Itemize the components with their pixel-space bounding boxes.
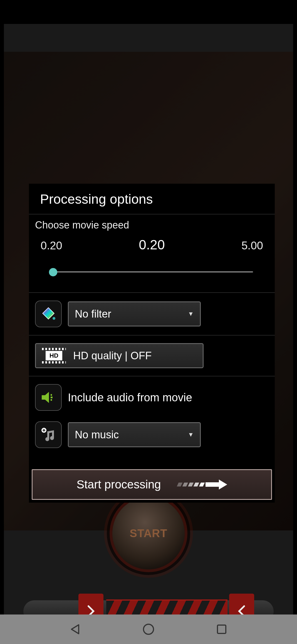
dropdown-caret-icon: ▼ bbox=[188, 431, 194, 438]
music-select[interactable]: No music ▼ bbox=[68, 422, 201, 447]
app-frame: START Processing options Choose movie sp… bbox=[4, 24, 293, 614]
svg-point-2 bbox=[53, 317, 55, 320]
start-circle-label: START bbox=[130, 527, 167, 540]
nav-home-button[interactable] bbox=[140, 621, 157, 638]
svg-rect-12 bbox=[217, 625, 226, 633]
triangle-back-icon bbox=[69, 623, 81, 635]
start-circle-button[interactable]: START bbox=[112, 497, 185, 569]
chevron-left-icon bbox=[237, 605, 246, 614]
nav-recent-button[interactable] bbox=[213, 621, 230, 638]
filter-select-value: No filter bbox=[75, 308, 111, 320]
speed-min-value: 0.20 bbox=[41, 239, 62, 252]
speed-values: 0.20 0.20 5.00 bbox=[35, 237, 269, 252]
svg-marker-1 bbox=[43, 308, 54, 319]
trim-handle-left[interactable] bbox=[78, 594, 103, 614]
music-select-value: No music bbox=[75, 429, 119, 441]
speed-current-value: 0.20 bbox=[139, 237, 165, 252]
speed-max-value: 5.00 bbox=[241, 239, 263, 252]
hd-icon: HD bbox=[42, 348, 66, 363]
hd-quality-label: HD quality | OFF bbox=[73, 350, 152, 362]
chevron-right-icon bbox=[87, 605, 95, 614]
speed-slider-track bbox=[51, 271, 253, 272]
svg-rect-6 bbox=[51, 399, 52, 401]
trim-track[interactable] bbox=[23, 600, 274, 614]
processing-options-dialog: Processing options Choose movie speed 0.… bbox=[29, 184, 275, 503]
svg-rect-5 bbox=[51, 397, 53, 398]
trim-handle-right[interactable] bbox=[229, 594, 254, 614]
hd-quality-toggle[interactable]: HD HD quality | OFF bbox=[35, 343, 204, 368]
square-recent-icon bbox=[216, 623, 227, 635]
filter-icon[interactable] bbox=[35, 301, 62, 327]
filter-row: No filter ▼ bbox=[35, 293, 269, 335]
system-nav-bar bbox=[0, 614, 297, 644]
include-audio-toggle[interactable] bbox=[35, 384, 62, 411]
trim-selection bbox=[106, 599, 227, 614]
arrow-right-icon bbox=[178, 480, 227, 490]
nav-back-button[interactable] bbox=[67, 621, 84, 638]
music-row: No music ▼ bbox=[35, 419, 269, 456]
add-music-icon[interactable] bbox=[35, 421, 62, 448]
dropdown-caret-icon: ▼ bbox=[188, 310, 194, 318]
speed-slider-thumb[interactable] bbox=[49, 268, 57, 276]
speed-slider[interactable] bbox=[35, 266, 269, 278]
paint-bucket-icon bbox=[41, 306, 56, 322]
svg-marker-10 bbox=[71, 625, 79, 634]
dialog-body: Choose movie speed 0.20 0.20 5.00 bbox=[29, 214, 275, 458]
svg-rect-4 bbox=[51, 394, 52, 396]
music-note-plus-icon bbox=[41, 427, 56, 443]
include-audio-label: Include audio from movie bbox=[68, 391, 192, 404]
include-audio-row: Include audio from movie bbox=[35, 376, 269, 419]
svg-marker-3 bbox=[42, 392, 49, 403]
start-processing-label: Start processing bbox=[76, 478, 161, 491]
dialog-title: Processing options bbox=[29, 184, 275, 214]
start-processing-button[interactable]: Start processing bbox=[32, 469, 272, 500]
trim-bar bbox=[23, 589, 274, 614]
circle-home-icon bbox=[142, 623, 155, 636]
hd-row: HD HD quality | OFF bbox=[35, 335, 269, 376]
svg-point-11 bbox=[143, 624, 154, 634]
speed-section-label: Choose movie speed bbox=[35, 219, 269, 231]
speaker-on-icon bbox=[41, 391, 56, 404]
filter-select[interactable]: No filter ▼ bbox=[68, 301, 201, 326]
